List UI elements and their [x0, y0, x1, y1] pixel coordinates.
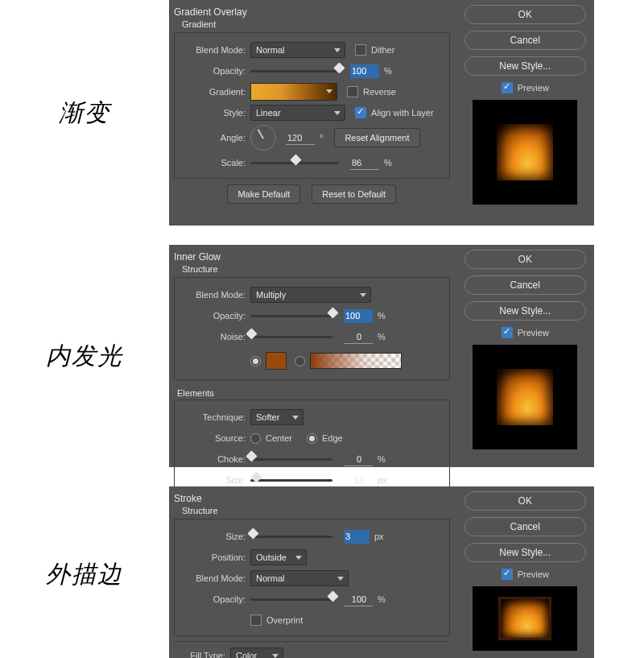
- opacity-label: Opacity:: [178, 594, 250, 604]
- preview-checkbox[interactable]: [502, 327, 513, 338]
- style-select[interactable]: Linear: [250, 105, 345, 121]
- preview-label: Preview: [518, 83, 549, 93]
- fill-type-label: Fill Type:: [169, 651, 230, 658]
- glow-color-radio[interactable]: [250, 356, 261, 366]
- noise-slider[interactable]: [250, 336, 332, 338]
- dither-label: Dither: [371, 45, 394, 55]
- opacity-slider[interactable]: [250, 315, 332, 317]
- annotation-stroke: 外描边: [0, 486, 169, 658]
- panel-title: Stroke: [169, 491, 455, 504]
- reset-default-button[interactable]: Reset to Default: [312, 184, 396, 204]
- position-label: Position:: [178, 552, 250, 562]
- angle-input[interactable]: 120: [286, 131, 315, 145]
- preview-checkbox[interactable]: [502, 82, 513, 93]
- section-title: Structure: [169, 504, 455, 519]
- percent-unit: %: [378, 454, 386, 464]
- reverse-checkbox[interactable]: [347, 86, 358, 97]
- source-center-radio[interactable]: [250, 433, 261, 444]
- size-label: Size:: [178, 475, 250, 485]
- fill-type-select[interactable]: Color: [230, 648, 283, 658]
- make-default-button[interactable]: Make Default: [227, 184, 300, 204]
- reset-alignment-button[interactable]: Reset Alignment: [334, 128, 419, 147]
- gradient-label: Gradient:: [178, 87, 250, 97]
- opacity-slider[interactable]: [250, 70, 339, 72]
- choke-input[interactable]: 0: [344, 453, 373, 466]
- blend-mode-label: Blend Mode:: [178, 290, 250, 300]
- preview-thumbnail: [473, 345, 577, 449]
- new-style-button[interactable]: New Style...: [464, 301, 586, 321]
- dialog-gradient-overlay: Gradient Overlay Gradient Blend Mode: No…: [169, 0, 594, 226]
- annotation-inner-glow: 内发光: [0, 245, 169, 467]
- blend-mode-select[interactable]: Multiply: [250, 287, 371, 303]
- source-edge-label: Edge: [322, 433, 343, 443]
- choke-label: Choke:: [178, 454, 250, 464]
- dither-checkbox[interactable]: [355, 44, 366, 56]
- source-edge-radio[interactable]: [307, 433, 317, 444]
- scale-label: Scale:: [178, 158, 250, 168]
- size-input[interactable]: 13: [344, 474, 373, 487]
- opacity-label: Opacity:: [178, 66, 250, 76]
- source-center-label: Center: [266, 433, 292, 443]
- ok-button[interactable]: OK: [464, 491, 586, 511]
- new-style-button[interactable]: New Style...: [464, 543, 586, 562]
- cancel-button[interactable]: Cancel: [464, 517, 586, 536]
- preview-thumbnail: [473, 586, 577, 651]
- cancel-button[interactable]: Cancel: [464, 275, 586, 295]
- degree-unit: °: [320, 133, 323, 143]
- align-checkbox[interactable]: [355, 107, 366, 118]
- technique-select[interactable]: Softer: [250, 409, 303, 425]
- choke-slider[interactable]: [250, 458, 332, 461]
- blend-mode-label: Blend Mode:: [178, 45, 250, 55]
- glow-color-swatch[interactable]: [266, 352, 287, 370]
- position-select[interactable]: Outside: [250, 549, 307, 565]
- size-input[interactable]: 3: [344, 530, 369, 544]
- opacity-input[interactable]: 100: [350, 64, 379, 78]
- reverse-label: Reverse: [363, 87, 396, 97]
- size-label: Size:: [178, 532, 250, 541]
- annotation-gradient: 渐变: [0, 0, 169, 226]
- new-style-button[interactable]: New Style...: [464, 56, 586, 76]
- noise-label: Noise:: [178, 332, 250, 341]
- px-unit: px: [374, 532, 384, 541]
- preview-thumbnail: [473, 100, 577, 205]
- preview-label: Preview: [518, 569, 549, 579]
- source-label: Source:: [178, 433, 250, 443]
- section-title: Gradient: [169, 18, 455, 32]
- gradient-swatch[interactable]: [250, 83, 337, 101]
- glow-gradient-swatch[interactable]: [310, 353, 402, 369]
- panel-title: Inner Glow: [169, 250, 455, 263]
- size-slider[interactable]: [250, 479, 332, 482]
- cancel-button[interactable]: Cancel: [464, 31, 586, 50]
- glow-gradient-radio[interactable]: [295, 356, 305, 366]
- percent-unit: %: [378, 332, 386, 341]
- percent-unit: %: [378, 311, 386, 321]
- dialog-stroke: Stroke Structure Size: 3 px Position: Ou…: [169, 486, 594, 658]
- preview-label: Preview: [518, 328, 549, 337]
- preview-checkbox[interactable]: [502, 569, 513, 580]
- opacity-slider[interactable]: [250, 598, 332, 601]
- scale-slider[interactable]: [250, 162, 339, 164]
- panel-title: Gradient Overlay: [169, 5, 455, 18]
- align-label: Align with Layer: [371, 108, 434, 118]
- blend-mode-select[interactable]: Normal: [250, 570, 349, 586]
- angle-dial[interactable]: [250, 125, 276, 151]
- size-slider[interactable]: [250, 536, 332, 538]
- percent-unit: %: [384, 158, 392, 168]
- opacity-input[interactable]: 100: [344, 309, 373, 323]
- style-label: Style:: [178, 108, 250, 118]
- px-unit: px: [378, 475, 387, 485]
- dialog-inner-glow: Inner Glow Structure Blend Mode: Multipl…: [169, 245, 594, 467]
- ok-button[interactable]: OK: [464, 5, 586, 24]
- ok-button[interactable]: OK: [464, 250, 586, 269]
- percent-unit: %: [378, 594, 386, 604]
- percent-unit: %: [384, 66, 392, 76]
- section-title: Structure: [169, 263, 455, 277]
- noise-input[interactable]: 0: [344, 330, 373, 344]
- elements-title: Elements: [169, 385, 455, 399]
- overprint-checkbox[interactable]: [250, 615, 262, 626]
- opacity-input[interactable]: 100: [344, 593, 373, 606]
- opacity-label: Opacity:: [178, 311, 250, 321]
- blend-mode-select[interactable]: Normal: [250, 42, 345, 58]
- scale-input[interactable]: 86: [350, 156, 379, 170]
- overprint-label: Overprint: [266, 615, 303, 625]
